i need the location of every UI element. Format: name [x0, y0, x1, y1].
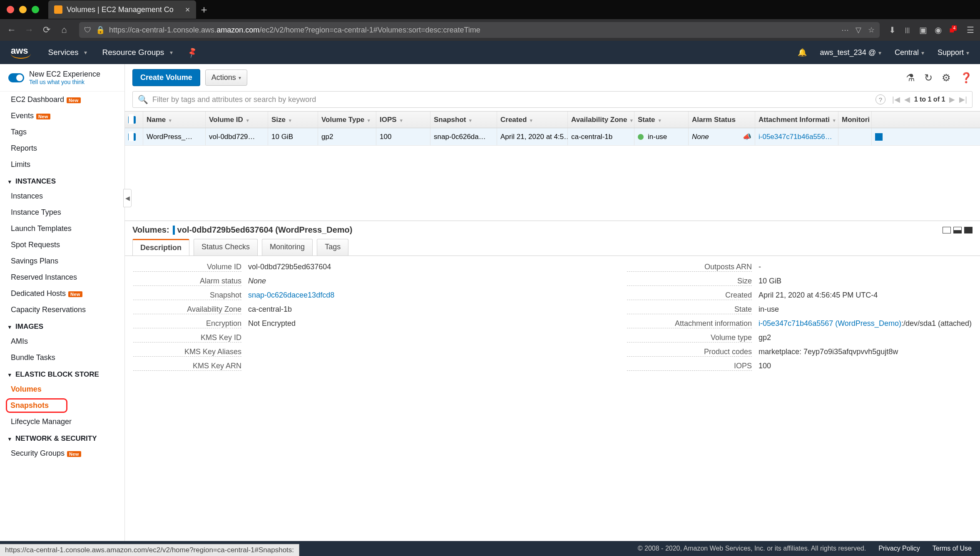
extension-icon[interactable]: ■4 [949, 25, 959, 35]
tab-monitoring[interactable]: Monitoring [262, 239, 313, 256]
row-checkbox[interactable] [128, 133, 136, 141]
back-button[interactable]: ← [6, 24, 17, 36]
detail-prefix: Volumes: [132, 225, 169, 235]
col-iops[interactable]: IOPS [376, 112, 430, 128]
footer-terms-link[interactable]: Terms of Use [933, 545, 972, 552]
col-state[interactable]: State [634, 112, 689, 128]
sidebar-item-savings-plans[interactable]: Savings Plans [0, 253, 124, 269]
cell-size: 10 GiB [268, 128, 318, 145]
settings-gear-icon[interactable]: ⚙ [942, 72, 951, 84]
search-placeholder: Filter by tags and attributes or search … [152, 95, 316, 104]
cell-attachment[interactable]: i-05e347c71b46a556… [755, 128, 838, 145]
region-menu[interactable]: Central [895, 48, 924, 57]
pager-prev-icon[interactable]: ◀ [904, 95, 910, 104]
sidebar-section-images[interactable]: IMAGES [0, 318, 124, 333]
shield-icon[interactable]: 🛡 [84, 26, 92, 35]
pager-first-icon[interactable]: |◀ [892, 95, 900, 104]
sidebar-item-tags[interactable]: Tags [0, 124, 124, 140]
col-volume-type[interactable]: Volume Type [318, 112, 376, 128]
refresh-icon[interactable]: ↻ [924, 72, 933, 84]
attachment-link[interactable]: i-05e347c71b46a5567 (WordPress_Demo) [759, 319, 901, 328]
sidebar-item-dedicated-hosts[interactable]: Dedicated HostsNew [0, 285, 124, 302]
help-icon[interactable]: ❓ [960, 72, 973, 84]
footer-privacy-link[interactable]: Privacy Policy [878, 545, 920, 552]
new-experience-toggle[interactable]: New EC2 Experience Tell us what you thin… [0, 64, 124, 92]
sidebar-item-lifecycle-manager[interactable]: Lifecycle Manager [0, 414, 124, 430]
col-volume-id[interactable]: Volume ID [206, 112, 268, 128]
menu-icon[interactable]: ☰ [967, 25, 974, 35]
alarm-bell-icon[interactable]: 📣 [743, 132, 751, 141]
panel-layout-toggles[interactable] [943, 227, 973, 233]
sidebar-section-instances[interactable]: INSTANCES [0, 173, 124, 188]
url-bar[interactable]: 🛡 🔒 https://ca-central-1.console.aws.ama… [79, 22, 880, 38]
sidebar-item-capacity-reservations[interactable]: Capacity Reservations [0, 302, 124, 318]
col-monitoring[interactable]: Monitori [838, 112, 872, 128]
bookmark-star-icon[interactable]: ☆ [868, 25, 875, 35]
window-minimize-button[interactable] [19, 6, 27, 13]
sidebar-section-ebs[interactable]: ELASTIC BLOCK STORE [0, 366, 124, 381]
sidebar-item-reserved-instances[interactable]: Reserved Instances [0, 269, 124, 285]
library-icon[interactable]: ⫼ [903, 25, 912, 35]
sidebar-item-dashboard[interactable]: EC2 DashboardNew [0, 92, 124, 108]
table-row[interactable]: WordPress_… vol-0dbd729… 10 GiB gp2 100 … [125, 128, 980, 146]
sidebar-item-reports[interactable]: Reports [0, 140, 124, 156]
forward-button[interactable]: → [23, 24, 35, 36]
close-tab-icon[interactable]: × [185, 5, 190, 15]
account-icon[interactable]: ◉ [935, 25, 942, 35]
window-maximize-button[interactable] [32, 6, 39, 13]
sidebar-item-volumes[interactable]: Volumes [0, 381, 124, 397]
tab-tags[interactable]: Tags [317, 239, 348, 256]
col-az[interactable]: Availability Zone [568, 112, 634, 128]
detail-tabs: Description Status Checks Monitoring Tag… [125, 239, 980, 256]
home-button[interactable]: ⌂ [58, 24, 70, 36]
col-name[interactable]: Name [143, 112, 206, 128]
col-attachment[interactable]: Attachment Informati [755, 112, 838, 128]
sidebar-item-limits[interactable]: Limits [0, 156, 124, 173]
toggle-switch[interactable] [8, 73, 24, 82]
tab-description[interactable]: Description [132, 239, 189, 256]
sidebar-item-amis[interactable]: AMIs [0, 333, 124, 350]
sidebar-item-snapshots[interactable]: Snapshots [0, 397, 124, 414]
sidebar-item-security-groups[interactable]: Security GroupsNew [0, 445, 124, 462]
support-menu[interactable]: Support [938, 48, 969, 57]
sidebar-item-instances[interactable]: Instances [0, 188, 124, 204]
sidebar-item-instance-types[interactable]: Instance Types [0, 204, 124, 221]
sidebar-collapse-handle[interactable]: ◀ [123, 189, 132, 207]
bell-icon[interactable]: 🔔 [798, 48, 807, 57]
create-volume-button[interactable]: Create Volume [132, 69, 200, 86]
screenshot-icon[interactable]: ▣ [919, 25, 927, 35]
new-exp-subtitle[interactable]: Tell us what you think [29, 79, 100, 85]
experiment-icon[interactable]: ⚗ [906, 72, 915, 84]
sidebar-item-spot-requests[interactable]: Spot Requests [0, 237, 124, 253]
actions-button[interactable]: Actions [205, 70, 247, 86]
services-menu[interactable]: Services [48, 48, 87, 57]
snapshot-link[interactable]: snap-0c626dacee13dfcd8 [248, 291, 334, 300]
downloads-icon[interactable]: ⬇ [889, 25, 896, 35]
tab-status-checks[interactable]: Status Checks [194, 239, 258, 256]
col-alarm[interactable]: Alarm Status [689, 112, 755, 128]
resource-groups-menu[interactable]: Resource Groups [102, 48, 173, 57]
protection-icon[interactable]: ▽ [856, 25, 861, 35]
select-all-checkbox[interactable] [128, 116, 136, 124]
more-icon[interactable]: ⋯ [841, 25, 849, 35]
search-filter-input[interactable]: 🔍 Filter by tags and attributes or searc… [132, 91, 973, 108]
sidebar-item-launch-templates[interactable]: Launch Templates [0, 221, 124, 237]
sidebar-item-bundle-tasks[interactable]: Bundle Tasks [0, 350, 124, 366]
reload-button[interactable]: ⟳ [41, 24, 52, 36]
col-size[interactable]: Size [268, 112, 318, 128]
search-help-icon[interactable]: ? [876, 94, 885, 104]
sidebar-item-events[interactable]: EventsNew [0, 108, 124, 124]
window-close-button[interactable] [7, 6, 14, 13]
lock-icon[interactable]: 🔒 [96, 25, 105, 35]
account-menu[interactable]: aws_test_234 @ [820, 48, 881, 57]
new-tab-button[interactable]: + [201, 3, 207, 16]
col-created[interactable]: Created [497, 112, 568, 128]
col-snapshot[interactable]: Snapshot [430, 112, 497, 128]
aws-logo[interactable]: aws [11, 45, 28, 60]
sidebar-section-network[interactable]: NETWORK & SECURITY [0, 430, 124, 445]
detail-selected: vol-0dbd729b5ed637604 (WordPress_Demo) [177, 225, 353, 235]
pin-icon[interactable]: 📌 [188, 48, 197, 57]
pager-last-icon[interactable]: ▶| [959, 95, 967, 104]
pager-next-icon[interactable]: ▶ [949, 95, 955, 104]
browser-tab[interactable]: Volumes | EC2 Management Co × [48, 0, 196, 19]
